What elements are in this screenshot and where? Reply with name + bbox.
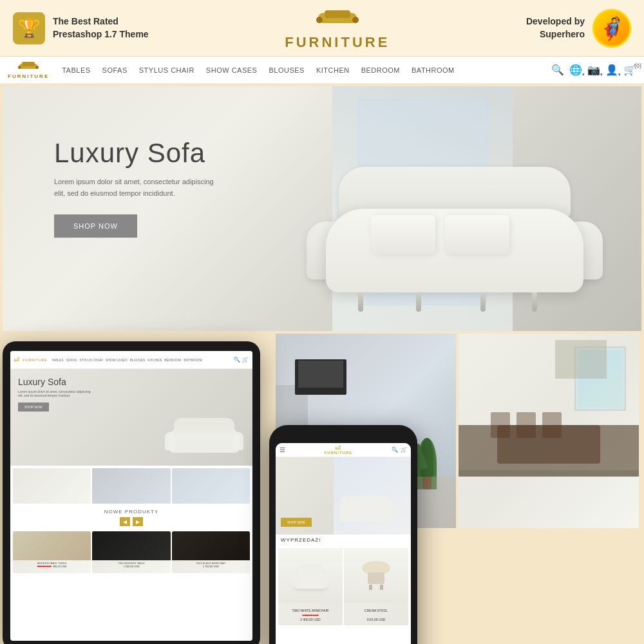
- phone-product-2[interactable]: CREAM STOOL XXX,00 USD: [344, 548, 408, 625]
- cart-badge: (0): [634, 62, 641, 69]
- tablet-product-2[interactable]: TWO MODERN TABLE 1 200,00 USD: [92, 531, 170, 573]
- tablet-logo: 🛋: [14, 357, 19, 363]
- logo-sofa-icon: [315, 5, 360, 34]
- phone-logo: 🛋 FURNITURE: [325, 445, 353, 455]
- nav-bedroom[interactable]: BEDROOM: [361, 66, 400, 74]
- user-icon[interactable]: 👤▾: [605, 64, 618, 76]
- armchair-illustration: [291, 560, 330, 592]
- tablet-nav-icons: 🔍 🛒: [234, 357, 249, 363]
- svg-rect-6: [35, 66, 39, 69]
- kitchen-cabinet-upper: [555, 340, 607, 379]
- top-left-section: 🏆 The Best Rated Prestashop 1.7 Theme: [13, 12, 149, 44]
- phone-shop-now-button[interactable]: SHOP NOW: [281, 518, 312, 527]
- tablet-nav-link-bedroom: BEDROOM: [164, 358, 181, 362]
- phone-mini-sofa: [340, 496, 392, 522]
- tablet-product-1[interactable]: MODERN TABLE THREE 500,00 USD 400,00 USD: [13, 531, 91, 573]
- phone-hero: SHOP NOW: [276, 457, 411, 535]
- tablet-product-1-price: 400,00 USD: [53, 565, 67, 568]
- tablet-cart-icon: 🛒: [242, 357, 249, 363]
- hero-sofa-illustration: [287, 138, 622, 318]
- phone-search-icon[interactable]: 🔍: [392, 447, 398, 453]
- phone-screen: ☰ 🛋 FURNITURE 🔍 🛒 SHOP NOW WYPRZ: [276, 443, 411, 644]
- trophy-icon: 🏆: [13, 12, 45, 44]
- tablet-nav-links: TABLES SOFAS STYLUS CHAIR SHOW CASES BLO…: [52, 358, 202, 362]
- tablet-sofa-illustration: [162, 408, 246, 459]
- tablet-product-3[interactable]: TWO BLACK ARMCHAIR 1 700,00 USD: [172, 531, 250, 573]
- nav-blouses[interactable]: BLOUSES: [269, 66, 304, 74]
- tablet-thumb-1: [13, 468, 91, 504]
- tablet-hero: Luxury Sofa Lorem ipsum dolor sit amet, …: [10, 369, 252, 466]
- room-decor-2: [459, 334, 639, 528]
- top-banner: 🏆 The Best Rated Prestashop 1.7 Theme FU…: [0, 0, 644, 57]
- tablet-nav: 🛋 FURNITURE TABLES SOFAS STYLUS CHAIR SH…: [10, 351, 252, 369]
- language-icon[interactable]: 🌐▾: [569, 64, 582, 76]
- tablet-nav-link-kitchen: KITCHEN: [147, 358, 162, 362]
- phone-notch: [324, 434, 363, 440]
- sofa-leg-4: [532, 292, 537, 312]
- tablet-nav-arrows: ◀ ▶: [10, 517, 252, 529]
- tablet-product-3-price: 1 700,00 USD: [173, 565, 249, 568]
- top-center-section: FURNITURE: [285, 5, 390, 51]
- superhero-avatar: 🦸: [592, 9, 631, 48]
- nav-logo-sofa-icon: [18, 61, 39, 73]
- tablet-thumb-2: [92, 468, 170, 504]
- nav-show-cases[interactable]: SHOW CASES: [206, 66, 258, 74]
- top-title: The Best Rated Prestashop 1.7 Theme: [53, 15, 149, 41]
- logo-text-big: FURNITURE: [285, 34, 390, 51]
- tablet-prev-arrow[interactable]: ◀: [120, 517, 130, 526]
- dining-chair-2: [516, 412, 536, 438]
- phone-product-2-name: CREAM STOOL: [345, 609, 407, 612]
- nav-links-container: TABLES SOFAS STYLUS CHAIR SHOW CASES BLO…: [62, 66, 551, 74]
- tablet-nav-link-sofas: SOFAS: [66, 358, 77, 362]
- tablet-product-1-old-price: 500,00 USD: [37, 565, 52, 568]
- superhero-icon: 🦸: [598, 15, 625, 41]
- tablet-shop-now-button[interactable]: SHOP NOW: [18, 402, 49, 412]
- tablet-nav-link-bathroom: BATHROOM: [184, 358, 202, 362]
- nav-kitchen[interactable]: KITCHEN: [316, 66, 350, 74]
- search-icon[interactable]: 🔍: [551, 64, 564, 76]
- sofa-leg-1: [358, 292, 363, 312]
- nav-logo[interactable]: FURNITURE: [8, 61, 49, 79]
- tablet-mockup: 🛋 FURNITURE TABLES SOFAS STYLUS CHAIR SH…: [3, 341, 260, 644]
- phone-menu-icon[interactable]: ☰: [279, 446, 285, 453]
- svg-rect-5: [18, 66, 21, 69]
- cart-icon[interactable]: 🛒(0): [623, 64, 636, 76]
- tablet-thumbnails: [10, 466, 252, 506]
- room-tv: [295, 359, 346, 395]
- top-right-section: Developed by Superhero 🦸: [526, 9, 631, 48]
- sofa-cushion-2: [445, 215, 509, 254]
- phone-product-2-image: [344, 548, 408, 603]
- phone-logo-text: FURNITURE: [325, 451, 353, 455]
- tablet-hero-title: Luxury Sofa: [18, 377, 245, 387]
- nav-sofas[interactable]: SOFAS: [102, 66, 128, 74]
- developed-by-text: Developed by Superhero: [526, 15, 585, 41]
- phone-mockup: ☰ 🛋 FURNITURE 🔍 🛒 SHOP NOW WYPRZ: [269, 425, 417, 644]
- hero-description: Lorem ipsum dolor sit amet, consectetur …: [54, 176, 222, 199]
- tablet-new-products-label: NOWE PRODUKTY: [10, 506, 252, 517]
- sofa-leg-2: [416, 292, 421, 312]
- phone-cart-icon[interactable]: 🛒: [401, 447, 407, 453]
- svg-rect-7: [22, 62, 35, 66]
- nav-icons-container: 🔍 🌐▾ 📷▾ 👤▾ 🛒(0): [551, 64, 636, 76]
- tablet-nav-link-tables: TABLES: [52, 358, 64, 362]
- nav-bathroom[interactable]: BATHROOM: [412, 66, 455, 74]
- sofa-cushion-1: [371, 215, 435, 254]
- nav-tables[interactable]: TABLES: [62, 66, 90, 74]
- counter-top: [459, 470, 639, 477]
- hero-title: Luxury Sofa: [54, 138, 222, 169]
- camera-icon[interactable]: 📷▾: [587, 64, 600, 76]
- main-logo[interactable]: FURNITURE: [285, 5, 390, 51]
- phone-nav: ☰ 🛋 FURNITURE 🔍 🛒: [276, 443, 411, 457]
- hero-shop-now-button[interactable]: SHOP NOW: [54, 214, 137, 238]
- svg-rect-1: [316, 17, 323, 23]
- nav-stylus-chair[interactable]: STYLUS CHAIR: [139, 66, 194, 74]
- main-content: Luxury Sofa Lorem ipsum dolor sit amet, …: [0, 84, 644, 644]
- tablet-next-arrow[interactable]: ▶: [133, 517, 143, 526]
- svg-rect-3: [325, 10, 350, 18]
- nav-logo-text: FURNITURE: [8, 73, 49, 79]
- tablet-thumb-3: [172, 468, 250, 504]
- phone-product-1-old-price: 3 000,00 USD: [302, 614, 318, 617]
- phone-nav-icons: 🔍 🛒: [392, 447, 407, 453]
- phone-product-1[interactable]: TWO WHITE ARMCHAIR 3 000,00 USD 2 400,00…: [278, 548, 343, 625]
- tablet-product-2-price: 1 200,00 USD: [93, 565, 169, 568]
